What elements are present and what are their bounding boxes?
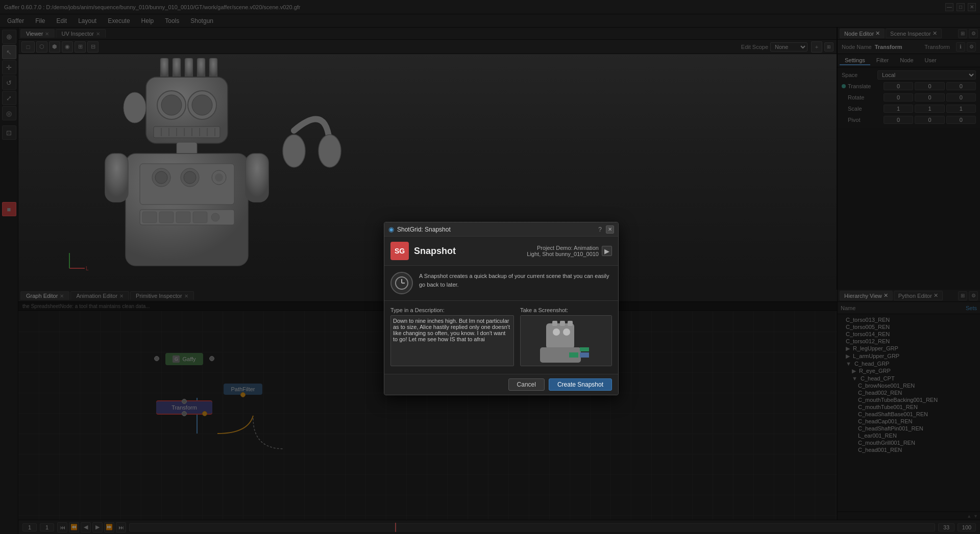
screenshot-svg	[521, 316, 611, 366]
description-label: Type in a Description:	[390, 307, 514, 313]
modal-info-text: A Snapshot creates a quick backup of you…	[419, 272, 612, 289]
modal-project-info: Project Demo: Animation Light, Shot bunn…	[527, 245, 599, 257]
modal-close-button[interactable]: ✕	[606, 225, 614, 234]
svg-rect-49	[560, 321, 565, 326]
cancel-button[interactable]: Cancel	[508, 378, 545, 391]
modal-project-label: Project Demo: Animation	[527, 245, 599, 251]
description-textarea[interactable]	[390, 315, 514, 366]
modal-main-title: Snapshot	[414, 246, 527, 257]
svg-rect-50	[568, 321, 573, 326]
modal-right: Take a Screenshot:	[520, 307, 612, 368]
clock-svg	[395, 276, 409, 290]
svg-point-52	[563, 328, 570, 336]
modal-left: Type in a Description:	[390, 307, 514, 368]
create-snapshot-button[interactable]: Create Snapshot	[549, 378, 612, 391]
shotgrid-logo-icon: SG	[390, 242, 409, 260]
modal-title-text: ShotGrid: Snapshot	[397, 226, 598, 233]
modal-header-row: SG Snapshot Project Demo: Animation Ligh…	[384, 237, 618, 266]
screenshot-label: Take a Screenshot:	[520, 307, 612, 313]
svg-rect-48	[552, 321, 557, 326]
svg-rect-54	[569, 352, 578, 358]
modal-nav-arrow[interactable]: ▶	[602, 246, 612, 256]
modal-help-button[interactable]: ?	[598, 226, 602, 233]
screenshot-preview	[520, 315, 612, 366]
svg-point-51	[553, 328, 560, 336]
modal-title-bar: ◉ ShotGrid: Snapshot ? ✕	[384, 222, 618, 237]
svg-rect-47	[546, 323, 574, 349]
svg-rect-55	[580, 352, 589, 358]
modal-info-row: A Snapshot creates a quick backup of you…	[384, 266, 618, 301]
modal-footer: Cancel Create Snapshot	[384, 374, 618, 395]
modal-title-icon: ◉	[388, 225, 394, 233]
clock-icon	[390, 272, 413, 294]
modal-body: Type in a Description: Take a Screenshot…	[384, 301, 618, 374]
modal-shot-label: Light, Shot bunny_010_0010	[527, 251, 599, 257]
snapshot-modal: ◉ ShotGrid: Snapshot ? ✕ SG Snapshot Pro…	[384, 222, 619, 395]
modal-overlay: ◉ ShotGrid: Snapshot ? ✕ SG Snapshot Pro…	[0, 0, 980, 534]
svg-rect-56	[580, 347, 589, 351]
